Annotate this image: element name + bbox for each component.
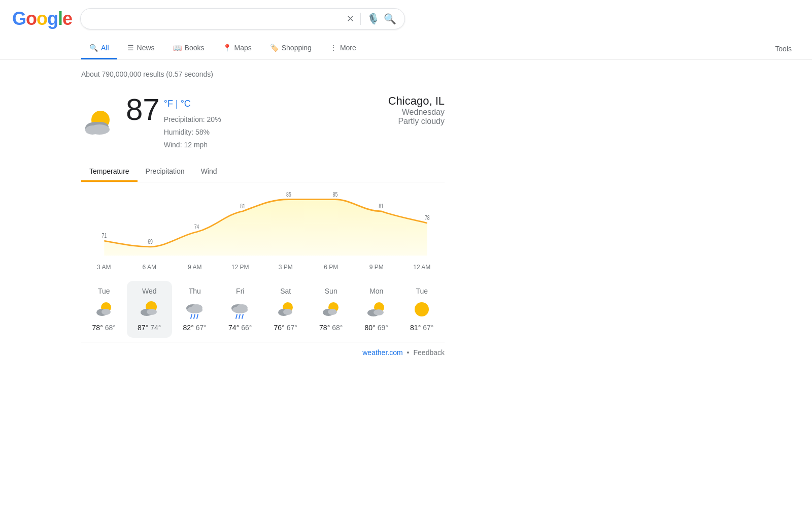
svg-line-24	[197, 314, 198, 318]
nav-label-books: Books	[185, 44, 205, 52]
all-icon: 🔍	[89, 44, 98, 52]
svg-point-21	[187, 306, 202, 313]
day-name-4: Sat	[280, 287, 291, 295]
temperature-value: 87	[126, 94, 160, 125]
day-icon-2	[184, 298, 206, 321]
day-icon-7	[411, 298, 433, 321]
feedback-link[interactable]: Feedback	[414, 348, 445, 357]
forecast-day-6[interactable]: Mon 80°69°	[354, 281, 399, 338]
divider	[360, 13, 361, 25]
day-temps-3: 74°66°	[228, 324, 252, 332]
svg-point-39	[374, 309, 384, 315]
search-button[interactable]: 🔍	[384, 13, 396, 25]
temperature-chart: 71 69 74 81 85 85 81 78	[81, 190, 445, 262]
day-temps-5: 78°68°	[319, 324, 343, 332]
svg-point-15	[101, 309, 111, 315]
time-label-0: 3 AM	[81, 264, 127, 271]
svg-point-27	[232, 306, 248, 313]
day-temps-4: 76°67°	[274, 324, 297, 332]
search-input[interactable]: what's the weather like tomorrow	[89, 14, 343, 23]
svg-text:81: 81	[240, 202, 245, 209]
nav-item-news[interactable]: ☰ News	[119, 38, 163, 59]
svg-point-4	[89, 124, 110, 135]
results-count: About 790,000,000 results (0.57 seconds)	[81, 64, 445, 84]
svg-line-30	[242, 314, 243, 318]
day-icon-0	[93, 298, 115, 321]
nav-label-more: More	[340, 44, 356, 52]
microphone-icon[interactable]: 🎙️	[367, 13, 380, 25]
svg-line-29	[239, 314, 240, 318]
news-icon: ☰	[127, 44, 134, 52]
forecast-day-3[interactable]: Fri 74°66°	[218, 281, 263, 338]
svg-point-36	[328, 309, 337, 315]
search-nav: 🔍 All ☰ News 📖 Books 📍 Maps 🏷️ Shopping …	[0, 38, 812, 60]
svg-line-22	[191, 314, 192, 318]
unit-c[interactable]: °C	[181, 99, 191, 109]
day-name-0: Tue	[98, 287, 110, 295]
footer-dot: •	[407, 348, 410, 357]
tab-wind[interactable]: Wind	[193, 162, 225, 182]
nav-label-all: All	[101, 44, 109, 52]
forecast-day-0[interactable]: Tue 78°68°	[81, 281, 127, 338]
weather-source-link[interactable]: weather.com	[362, 348, 402, 357]
humidity-detail: Humidity: 58%	[164, 126, 221, 139]
forecast-day-2[interactable]: Thu 82°67°	[172, 281, 218, 338]
forecast-day-5[interactable]: Sun 78°68°	[309, 281, 354, 338]
svg-text:85: 85	[286, 190, 291, 198]
tools-button[interactable]: Tools	[767, 39, 800, 59]
precipitation-detail: Precipitation: 20%	[164, 113, 221, 126]
wind-detail: Wind: 12 mph	[164, 139, 221, 151]
chart-svg: 71 69 74 81 85 85 81 78	[81, 190, 445, 262]
nav-item-more[interactable]: ⋮ More	[322, 38, 364, 59]
svg-point-18	[147, 309, 157, 315]
day-temps-1: 87°74°	[138, 324, 161, 332]
svg-line-23	[194, 314, 195, 318]
day-icon-4	[275, 298, 297, 321]
header: Google what's the weather like tomorrow …	[0, 0, 812, 38]
tab-temperature[interactable]: Temperature	[81, 162, 138, 182]
time-label-4: 3 PM	[263, 264, 309, 271]
unit-f[interactable]: °F	[164, 99, 173, 109]
weather-condition: Partly cloudy	[388, 117, 445, 126]
day-icon-1	[138, 298, 160, 321]
day-name-5: Sun	[325, 287, 337, 295]
weather-widget: 87 °F | °C Precipitation: 20% Humidity: …	[81, 84, 445, 373]
day-temps-0: 78°68°	[92, 324, 116, 332]
weekly-forecast: Tue 78°68° Wed 87°74°	[81, 281, 445, 338]
books-icon: 📖	[173, 44, 182, 52]
tab-precipitation[interactable]: Precipitation	[138, 162, 193, 182]
weather-tabs: Temperature Precipitation Wind	[81, 162, 445, 182]
forecast-day-7[interactable]: Tue 81°67°	[399, 281, 445, 338]
day-name-7: Tue	[416, 287, 428, 295]
nav-item-shopping[interactable]: 🏷️ Shopping	[262, 38, 320, 59]
svg-text:71: 71	[101, 232, 107, 239]
svg-point-40	[415, 302, 429, 316]
day-temps-7: 81°67°	[410, 324, 433, 332]
day-name-3: Fri	[236, 287, 244, 295]
nav-item-all[interactable]: 🔍 All	[81, 38, 117, 59]
forecast-day-4[interactable]: Sat 76°67°	[263, 281, 309, 338]
maps-icon: 📍	[223, 44, 231, 52]
weather-footer: weather.com • Feedback	[81, 342, 445, 363]
clear-icon[interactable]: ✕	[347, 13, 354, 24]
svg-text:85: 85	[333, 190, 338, 198]
nav-item-books[interactable]: 📖 Books	[165, 38, 213, 59]
svg-text:74: 74	[194, 223, 199, 230]
day-temps-2: 82°67°	[183, 324, 207, 332]
current-weather-icon	[81, 105, 118, 141]
nav-label-news: News	[137, 44, 155, 52]
day-icon-6	[365, 298, 388, 321]
forecast-day-1[interactable]: Wed 87°74°	[127, 281, 173, 338]
weather-top: 87 °F | °C Precipitation: 20% Humidity: …	[81, 94, 445, 152]
day-icon-3	[229, 298, 251, 321]
svg-line-28	[236, 314, 237, 318]
nav-item-maps[interactable]: 📍 Maps	[215, 38, 260, 59]
svg-text:81: 81	[379, 202, 384, 209]
temperature-section: 87 °F | °C Precipitation: 20% Humidity: …	[126, 94, 221, 152]
shopping-icon: 🏷️	[270, 44, 279, 52]
svg-point-33	[283, 309, 292, 315]
weather-day: Wednesday	[388, 108, 445, 117]
time-label-2: 9 AM	[172, 264, 218, 271]
day-name-1: Wed	[142, 287, 157, 295]
time-label-5: 6 PM	[309, 264, 354, 271]
